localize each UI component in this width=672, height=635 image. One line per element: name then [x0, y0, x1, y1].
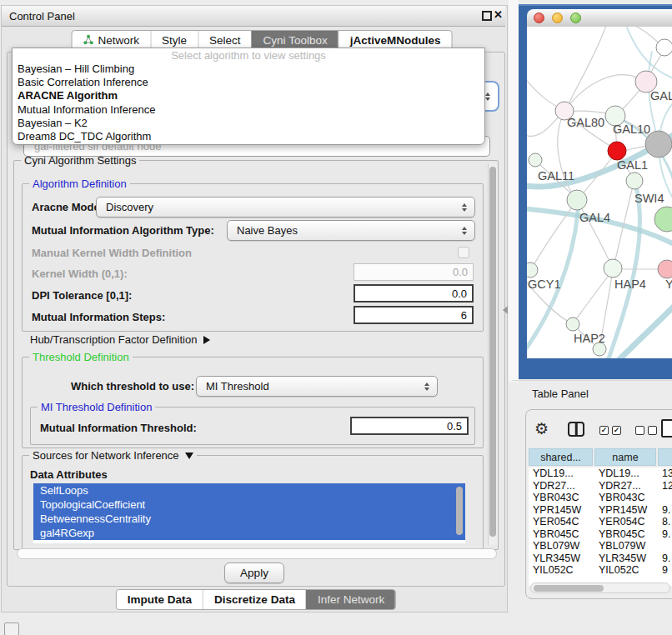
net-node-hap2[interactable]: [566, 318, 579, 331]
table-cell: 8.: [658, 516, 672, 528]
table-row[interactable]: YBR045CYBR045C9.: [529, 528, 672, 541]
tab-impute-data[interactable]: Impute Data: [117, 590, 203, 609]
table-cell: YDL19...: [594, 468, 658, 479]
net-node-y[interactable]: [658, 260, 672, 278]
combo-arrows-icon: [462, 203, 467, 212]
mi-steps-input[interactable]: 6: [354, 306, 474, 324]
attribute-item-betweennesscentrality[interactable]: BetweennessCentrality: [33, 512, 465, 526]
net-node-gal11[interactable]: [529, 153, 542, 167]
table-row[interactable]: YIL052CYIL052C9: [529, 564, 672, 577]
mi-threshold-definition-title: MI Threshold Definition: [38, 401, 155, 413]
combo-arrows-icon: [424, 382, 429, 391]
net-node-label: GAL11: [538, 169, 574, 182]
algorithm-option-mutual-information-inference[interactable]: Mutual Information Inference: [13, 103, 484, 117]
gear-icon[interactable]: ⚙: [534, 419, 549, 438]
table-cell: YER054C: [529, 516, 594, 528]
checkbox-checked-icon[interactable]: ✓: [612, 426, 621, 435]
column-header-shared[interactable]: shared...: [529, 448, 593, 466]
tab-label: Network: [98, 34, 140, 47]
list-vertical-scrollbar[interactable]: [456, 485, 464, 542]
splitter-collapse-icon[interactable]: [503, 306, 508, 314]
aracne-mode-label: Aracne Mode:: [32, 201, 103, 213]
net-node-label: GAL80: [567, 116, 604, 129]
settings-horizontal-scrollbar[interactable]: [17, 548, 497, 559]
attribute-item-topologicalcoefficient[interactable]: TopologicalCoefficient: [33, 498, 465, 512]
tab-discretize-data[interactable]: Discretize Data: [203, 590, 306, 609]
checkbox-unchecked-icon[interactable]: [635, 426, 644, 435]
table-header-row: shared...name: [529, 448, 672, 466]
algorithm-option-bayesian-hill-climbing[interactable]: Bayesian – Hill Climbing: [13, 62, 484, 76]
network-view-titlebar[interactable]: [527, 9, 672, 28]
net-node-swi4[interactable]: [626, 172, 643, 189]
table-row[interactable]: YBR043CYBR043C: [529, 492, 672, 504]
tab-infer-network[interactable]: Infer Network: [306, 590, 395, 609]
table-cell: 9.: [658, 504, 672, 516]
which-threshold-label: Which threshold to use:: [71, 380, 194, 392]
mac-minimize-icon[interactable]: [552, 12, 563, 23]
float-window-icon[interactable]: [482, 11, 492, 21]
manual-kernel-width-checkbox[interactable]: [458, 247, 469, 258]
table-cell: YDL19...: [529, 468, 594, 479]
hub-definition-toggle[interactable]: Hub/Transcription Factor Definition: [30, 333, 210, 346]
tab-label: Select: [209, 34, 241, 47]
data-attributes-list[interactable]: SelfLoopsTopologicalCoefficientBetweenne…: [33, 483, 465, 543]
kernel-width-input[interactable]: 0.0: [354, 263, 474, 281]
table-row[interactable]: YBL079WYBL079W: [529, 540, 672, 552]
attribute-item-selfloops[interactable]: SelfLoops: [33, 483, 465, 498]
column-header-extra[interactable]: [658, 448, 672, 466]
checkbox-unchecked-icon[interactable]: [648, 426, 657, 435]
table-row[interactable]: YER054CYER054C8.: [529, 516, 672, 528]
algorithm-option-dream8-dc-tdc-algorithm[interactable]: Dream8 DC_TDC Algorithm: [13, 130, 484, 143]
scrollbar-thumb[interactable]: [489, 167, 496, 537]
net-node-gcy1[interactable]: [527, 262, 538, 278]
net-node-gal4[interactable]: [567, 190, 587, 210]
sources-toggle[interactable]: Sources for Network Inference: [29, 449, 197, 462]
net-node[interactable]: [654, 207, 672, 232]
grid-mode-button[interactable]: [4, 622, 19, 635]
manual-kernel-width-label: Manual Kernel Width Definition: [32, 247, 192, 259]
dpi-tolerance-input[interactable]: 0.0: [354, 284, 474, 302]
mi-algorithm-type-combo[interactable]: Naive Bayes: [227, 220, 475, 241]
algorithm-option-basic-correlation-inference[interactable]: Basic Correlation Inference: [13, 76, 484, 89]
column-header-name[interactable]: name: [594, 448, 656, 466]
net-node-hap4[interactable]: [604, 259, 622, 278]
algorithm-dropdown-list: Bayesian – Hill ClimbingBasic Correlatio…: [13, 62, 484, 143]
new-table-icon[interactable]: [661, 419, 672, 438]
algorithm-option-aracne-algorithm[interactable]: ARACNE Algorithm: [13, 89, 484, 102]
table-row[interactable]: YDR27...YDR27...12: [529, 480, 672, 492]
settings-vertical-scrollbar[interactable]: [488, 163, 498, 545]
column-layout-icon[interactable]: [568, 422, 584, 437]
table-cell: YPR145W: [594, 504, 658, 516]
table-cell: YDR27...: [529, 480, 594, 492]
table-cell: YPR145W: [529, 504, 594, 516]
scrollbar-thumb[interactable]: [534, 585, 604, 592]
table-row[interactable]: YPR145WYPR145W9.: [529, 504, 672, 517]
screen: Control Panel ✕ NetworkStyleSelectCyni T…: [0, 0, 672, 635]
checkbox-checked-icon[interactable]: ✓: [599, 426, 609, 435]
scrollbar-thumb[interactable]: [456, 487, 463, 535]
which-threshold-combo[interactable]: MI Threshold: [196, 376, 438, 397]
table-horizontal-scrollbar[interactable]: [530, 582, 670, 593]
table-row[interactable]: YLR345WYLR345W9.: [529, 552, 672, 565]
net-node[interactable]: [656, 39, 672, 56]
mi-threshold-input[interactable]: 0.5: [350, 417, 469, 435]
table-body[interactable]: YDL19...YDL19...13YDR27...YDR27...12YBR0…: [529, 468, 672, 586]
table-cell: YBL079W: [529, 540, 594, 552]
net-node-label: GCY1: [528, 278, 561, 291]
aracne-mode-combo[interactable]: Discovery: [96, 197, 475, 218]
net-node-gal1[interactable]: [608, 142, 626, 160]
mac-close-icon[interactable]: [534, 12, 544, 23]
tab-label: jActiveMNodules: [350, 34, 441, 47]
network-canvas[interactable]: GALGAL80GAL10GAL1GAL11SWI4GAL4GCY1HAP4YH…: [527, 27, 672, 358]
data-attributes-label: Data Attributes: [30, 468, 108, 481]
close-icon[interactable]: ✕: [494, 8, 503, 21]
mac-zoom-icon[interactable]: [570, 12, 581, 23]
table-cell: YDR27...: [594, 480, 658, 492]
sources-title: Sources for Network Inference: [33, 449, 179, 462]
kernel-width-label: Kernel Width (0,1):: [32, 268, 128, 280]
net-node-label: GAL10: [613, 122, 650, 136]
apply-button[interactable]: Apply: [224, 562, 284, 583]
attribute-item-gal4rgexp[interactable]: gal4RGexp: [33, 526, 465, 540]
algorithm-option-bayesian-k2[interactable]: Bayesian – K2: [13, 117, 484, 130]
table-row[interactable]: YDL19...YDL19...13: [529, 468, 672, 480]
